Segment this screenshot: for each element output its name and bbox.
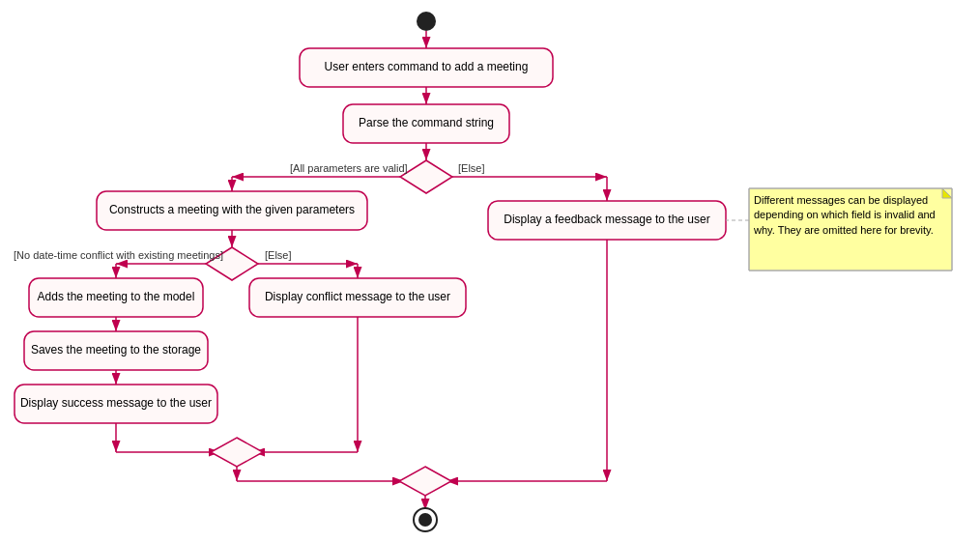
else2-label: [Else]	[265, 249, 292, 261]
merge-diamond3	[211, 438, 263, 467]
user-enters-label: User enters command to add a meeting	[325, 60, 529, 73]
adds-model-label: Adds the meeting to the model	[38, 290, 195, 303]
all-params-label: [All parameters are valid]	[290, 162, 408, 174]
saves-storage-label: Saves the meeting to the storage	[31, 343, 201, 357]
start-node	[417, 12, 436, 31]
no-conflict-label: [No date-time conflict with existing mee…	[14, 249, 223, 261]
else1-label: [Else]	[458, 162, 485, 174]
note-content: Different messages can be displayed depe…	[754, 193, 947, 267]
parse-label: Parse the command string	[359, 116, 494, 129]
display-feedback-label: Display a feedback message to the user	[504, 213, 709, 226]
constructs-label: Constructs a meeting with the given para…	[109, 203, 355, 216]
activity-diagram: User enters command to add a meeting Par…	[0, 0, 980, 542]
diagram-container: { "diagram": { "title": "Add Meeting Act…	[0, 0, 980, 542]
merge-diamond4	[399, 467, 451, 496]
display-conflict-label: Display conflict message to the user	[265, 290, 450, 303]
diamond1	[400, 160, 452, 193]
end-inner	[418, 513, 432, 527]
display-success-label: Display success message to the user	[20, 396, 212, 410]
